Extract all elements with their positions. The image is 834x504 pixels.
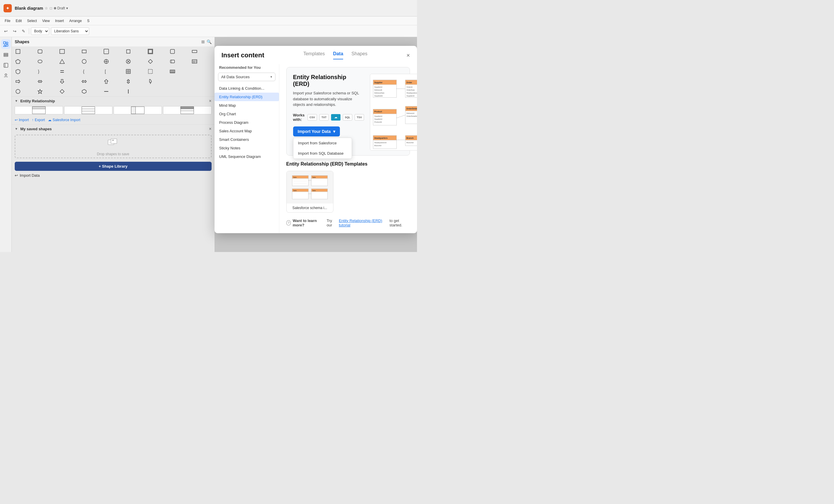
nav-smart-containers[interactable]: Smart Containers (215, 135, 279, 144)
shape-rect[interactable] (14, 48, 22, 55)
data-icon-btn[interactable] (1, 71, 10, 81)
tab-templates[interactable]: Templates (303, 51, 325, 60)
import-btn[interactable]: ↩ Import (15, 118, 29, 122)
nav-process-diagram[interactable]: Process Diagram (215, 118, 279, 127)
redo-button[interactable]: ↪ (11, 28, 18, 35)
menu-view[interactable]: View (40, 18, 52, 24)
shape-diamond[interactable] (147, 58, 154, 65)
shape-library-button[interactable]: + Shape Library (15, 162, 212, 171)
er-shape-2[interactable] (64, 106, 112, 114)
er-shape-3[interactable] (114, 106, 162, 114)
font-select[interactable]: Liberation Sans (51, 27, 89, 35)
shape-rect5[interactable] (169, 48, 176, 55)
shape-dotted[interactable] (147, 68, 154, 75)
nav-erd[interactable]: Entity Relationship (ERD) (215, 93, 279, 101)
shape-wide-rect[interactable] (191, 48, 198, 55)
menu-file[interactable]: File (2, 18, 13, 24)
shape-rect2[interactable] (58, 48, 66, 55)
shape-lbrace[interactable]: { (80, 68, 88, 75)
tab-data[interactable]: Data (333, 51, 344, 60)
shape-wide-table[interactable] (169, 68, 176, 75)
format-icon-btn[interactable] (1, 61, 10, 70)
shape-table[interactable] (191, 58, 198, 65)
nav-sticky-notes[interactable]: Sticky Notes (215, 144, 279, 152)
body-select[interactable]: Body (31, 27, 49, 35)
shape-double-border[interactable] (147, 48, 154, 55)
shape-pentagon[interactable] (14, 58, 22, 65)
salesforce-import-btn[interactable]: ☁ Salesforce Import (48, 118, 80, 122)
shape-arrow2[interactable] (147, 77, 154, 85)
search-shapes-icon[interactable]: 🔍 (206, 39, 212, 44)
svg-text:Headquarters: Headquarters (374, 137, 388, 139)
shape-triangle[interactable] (58, 58, 66, 65)
shape-hexagon[interactable] (80, 88, 88, 95)
shape-diamond2[interactable] (58, 88, 66, 95)
shapes-icon-btn[interactable] (1, 39, 10, 49)
menu-edit[interactable]: Edit (13, 18, 24, 24)
modal-close-button[interactable]: × (407, 52, 410, 58)
image-icon[interactable]: ⊞ (201, 39, 205, 44)
svg-marker-58 (105, 79, 108, 84)
svg-rect-11 (38, 50, 42, 53)
shape-minus[interactable] (103, 88, 110, 95)
er-shape-4[interactable] (163, 106, 211, 114)
export-btn[interactable]: ↑ Export (32, 118, 45, 122)
saved-toggle[interactable]: ▼ (15, 127, 18, 131)
shape-rect3[interactable] (80, 48, 88, 55)
nav-data-linking[interactable]: Data Linking & Condition... (215, 84, 279, 93)
tab-shapes[interactable]: Shapes (351, 51, 367, 60)
menu-s[interactable]: S (85, 18, 92, 24)
shape-shield[interactable] (14, 68, 22, 75)
undo-button[interactable]: ↩ (2, 28, 9, 35)
shape-rect6[interactable] (36, 58, 44, 65)
shape-rect7[interactable] (169, 58, 176, 65)
shape-brace[interactable]: } (36, 68, 44, 75)
shape-circle2[interactable] (14, 88, 22, 95)
star-icon[interactable]: ☆ (45, 6, 48, 10)
shapes-title: Shapes (15, 39, 29, 44)
shape-lr-arrow[interactable] (80, 77, 88, 85)
draft-chevron[interactable]: ▾ (66, 6, 68, 10)
menu-insert[interactable]: Insert (53, 18, 66, 24)
import-your-data-button[interactable]: Import Your Data ▾ (293, 127, 340, 136)
data-sources-dropdown[interactable]: All Data Sources ▾ (218, 73, 276, 81)
erd-tutorial-link[interactable]: Entity Relationship (ERD) tutorial (339, 219, 388, 227)
shape-up-arrow[interactable] (103, 77, 110, 85)
salesforce-template-card[interactable]: Table Table (286, 171, 333, 213)
menu-arrange[interactable]: Arrange (67, 18, 84, 24)
shape-lbracket[interactable]: [ (103, 68, 110, 75)
import-salesforce-item[interactable]: Import from Salesforce (293, 138, 352, 148)
shape-x-circle[interactable] (125, 58, 132, 65)
shape-arrow-r[interactable] (14, 77, 22, 85)
nav-uml-sequence[interactable]: UML Sequence Diagram (215, 152, 279, 161)
svg-rect-21 (38, 60, 42, 63)
shape-line-vert[interactable] (125, 88, 132, 95)
nav-sales-account-map[interactable]: Sales Account Map (215, 127, 279, 135)
format-button[interactable]: ✎ (20, 28, 27, 35)
import-sql-item[interactable]: Import from SQL Database (293, 148, 352, 159)
shape-down-arrow[interactable] (58, 77, 66, 85)
import-data-button[interactable]: ↩ Import Data (15, 173, 212, 178)
nav-mind-map[interactable]: Mind Map (215, 101, 279, 110)
svg-text:OrderDate: OrderDate (407, 89, 415, 91)
er-toggle[interactable]: ▼ (15, 99, 18, 102)
svg-rect-19 (192, 50, 197, 53)
shape-rounded-rect[interactable] (36, 48, 44, 55)
shape-circle[interactable] (80, 58, 88, 65)
shape-rect4[interactable] (103, 48, 110, 55)
shape-cross-circle[interactable] (103, 58, 110, 65)
svg-text:HeadquartersId: HeadquartersId (407, 92, 417, 94)
nav-org-chart[interactable]: Org Chart (215, 110, 279, 118)
shape-equals[interactable] (58, 68, 66, 75)
layers-icon-btn[interactable] (1, 50, 10, 60)
shape-star[interactable] (36, 88, 44, 95)
shape-ud-arrow[interactable] (125, 77, 132, 85)
menu-select[interactable]: Select (25, 18, 39, 24)
shape-square[interactable] (125, 48, 132, 55)
saved-close[interactable]: × (209, 127, 211, 131)
svg-text:DeliveryId: DeliveryId (374, 89, 382, 91)
shape-grid-icon[interactable] (125, 68, 132, 75)
er-close[interactable]: × (209, 98, 211, 103)
er-shape-1[interactable] (15, 106, 63, 114)
shape-double-arrow[interactable] (36, 77, 44, 85)
